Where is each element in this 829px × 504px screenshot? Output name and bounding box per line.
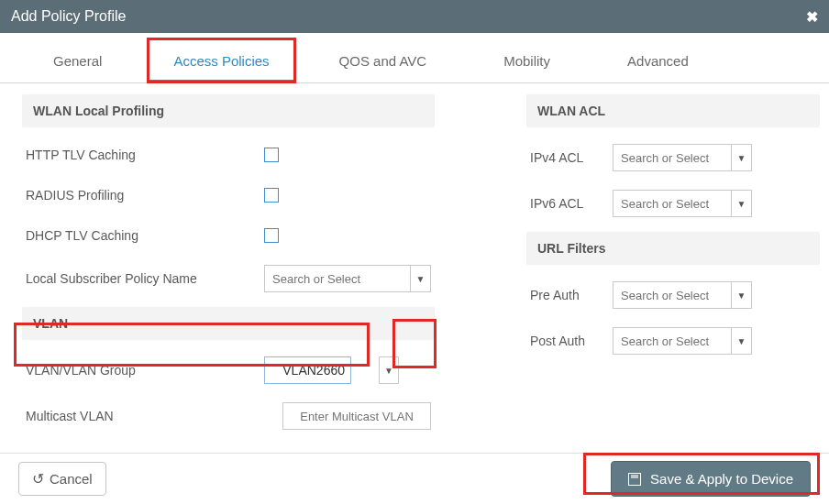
dropdown-icon[interactable]: ▼ — [732, 190, 752, 217]
tab-access-policies[interactable]: Access Policies — [148, 38, 294, 82]
label-dhcp-tlv: DHCP TLV Caching — [26, 228, 264, 243]
tab-advanced[interactable]: Advanced — [602, 42, 714, 82]
row-ipv6-acl: IPv6 ACL ▼ — [526, 181, 820, 226]
select-ipv4-acl[interactable]: ▼ — [613, 144, 752, 171]
input-pre-auth[interactable] — [613, 281, 732, 309]
dropdown-icon[interactable]: ▼ — [732, 327, 752, 355]
undo-icon: ↺ — [32, 470, 44, 488]
tabs-bar: General Access Policies QOS and AVC Mobi… — [0, 42, 829, 83]
footer-bar: ↺ Cancel Save & Apply to Device — [0, 453, 829, 504]
select-ipv6-acl[interactable]: ▼ — [613, 190, 752, 217]
row-pre-auth: Pre Auth ▼ — [526, 272, 820, 318]
titlebar: Add Policy Profile ✖ — [0, 0, 829, 33]
label-multicast-vlan: Multicast VLAN — [26, 409, 282, 423]
label-radius-profiling: RADIUS Profiling — [26, 188, 264, 203]
row-radius-profiling: RADIUS Profiling — [22, 175, 435, 215]
row-http-tlv-caching: HTTP TLV Caching — [22, 135, 435, 175]
input-post-auth[interactable] — [613, 327, 732, 355]
row-multicast-vlan: Multicast VLAN — [22, 393, 435, 439]
save-apply-button-label: Save & Apply to Device — [650, 471, 793, 487]
cancel-button-label: Cancel — [50, 471, 93, 487]
content-area: WLAN Local Profiling HTTP TLV Caching RA… — [0, 83, 829, 453]
label-vlan-group: VLAN/VLAN Group — [26, 363, 264, 378]
section-vlan-header: VLAN — [22, 307, 435, 340]
dropdown-icon[interactable]: ▼ — [732, 144, 752, 171]
select-post-auth[interactable]: ▼ — [613, 327, 752, 355]
input-multicast-vlan[interactable] — [282, 402, 431, 430]
save-apply-button[interactable]: Save & Apply to Device — [611, 461, 811, 497]
row-ipv4-acl: IPv4 ACL ▼ — [526, 135, 820, 181]
input-ipv6-acl[interactable] — [613, 190, 732, 217]
section-wlan-acl-header: WLAN ACL — [526, 94, 820, 127]
checkbox-radius-profiling[interactable] — [264, 188, 279, 203]
label-http-tlv: HTTP TLV Caching — [26, 148, 264, 162]
row-vlan-group: VLAN/VLAN Group ▼ — [22, 347, 435, 393]
input-local-subscriber[interactable] — [264, 265, 411, 292]
tab-general[interactable]: General — [28, 42, 127, 82]
section-url-filters-header: URL Filters — [526, 232, 820, 265]
checkbox-http-tlv[interactable] — [264, 148, 279, 162]
dropdown-vlan-group-icon[interactable]: ▼ — [379, 356, 399, 384]
input-ipv4-acl[interactable] — [613, 144, 732, 171]
dropdown-icon[interactable]: ▼ — [411, 265, 431, 292]
cancel-button[interactable]: ↺ Cancel — [18, 462, 106, 496]
right-column: WLAN ACL IPv4 ACL ▼ IPv6 ACL ▼ URL Filte… — [526, 94, 820, 445]
label-ipv4-acl: IPv4 ACL — [530, 150, 613, 165]
row-post-auth: Post Auth ▼ — [526, 318, 820, 364]
save-icon — [628, 473, 641, 486]
label-local-subscriber: Local Subscriber Policy Name — [26, 271, 264, 286]
label-pre-auth: Pre Auth — [530, 288, 613, 302]
label-ipv6-acl: IPv6 ACL — [530, 196, 613, 211]
row-local-subscriber-policy: Local Subscriber Policy Name ▼ — [22, 256, 435, 301]
checkbox-dhcp-tlv[interactable] — [264, 228, 279, 243]
section-wlan-local-profiling-header: WLAN Local Profiling — [22, 94, 435, 127]
tab-mobility[interactable]: Mobility — [478, 42, 576, 82]
tab-qos-and-avc[interactable]: QOS and AVC — [314, 42, 453, 82]
input-vlan-group[interactable] — [264, 356, 351, 384]
dropdown-icon[interactable]: ▼ — [732, 281, 752, 309]
close-icon[interactable]: ✖ — [806, 8, 818, 26]
add-policy-profile-window: Add Policy Profile ✖ General Access Poli… — [0, 0, 829, 504]
left-column: WLAN Local Profiling HTTP TLV Caching RA… — [22, 94, 435, 445]
label-post-auth: Post Auth — [530, 334, 613, 348]
select-local-subscriber[interactable]: ▼ — [264, 265, 431, 292]
window-title: Add Policy Profile — [11, 8, 806, 25]
select-pre-auth[interactable]: ▼ — [613, 281, 752, 309]
row-dhcp-tlv-caching: DHCP TLV Caching — [22, 215, 435, 256]
